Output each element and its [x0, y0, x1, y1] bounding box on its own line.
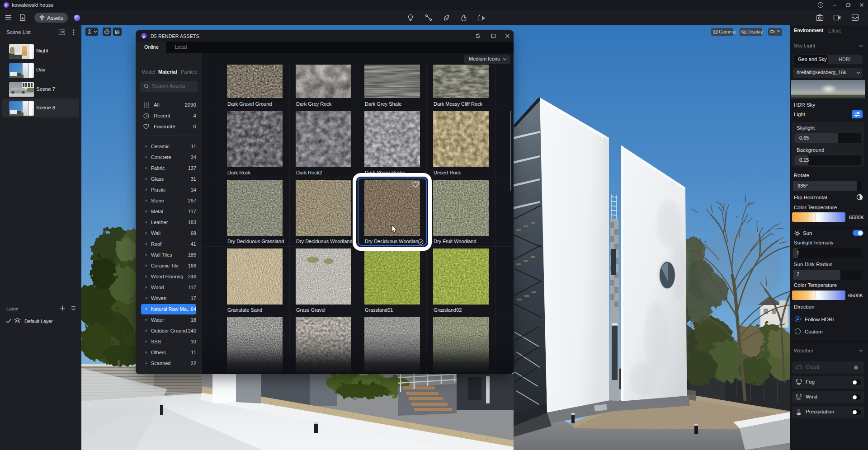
svg-text:?: ?: [820, 3, 822, 7]
svg-text:p: p: [143, 34, 145, 38]
svg-text:p: p: [5, 3, 7, 7]
